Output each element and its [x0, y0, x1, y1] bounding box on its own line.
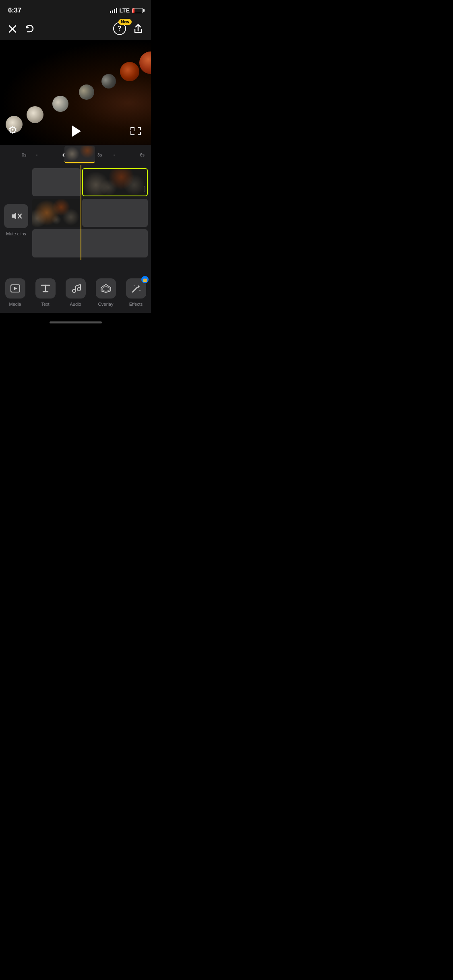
undo-button[interactable] [25, 25, 35, 33]
battery-fill [132, 8, 134, 13]
effects-badge: 👑 [141, 276, 149, 283]
play-button[interactable] [67, 122, 85, 140]
lte-label: LTE [120, 7, 130, 14]
overlay-icon [100, 283, 112, 294]
text-icon [40, 283, 51, 294]
clip-2b[interactable] [82, 199, 148, 227]
status-right: LTE [110, 7, 143, 14]
track-row-3 [32, 229, 148, 257]
svg-text:✦: ✦ [137, 284, 140, 288]
new-badge: New [118, 19, 132, 25]
home-indicator [50, 321, 102, 323]
audio-label: Audio [70, 302, 81, 307]
toolbar-right: ? New [113, 22, 143, 36]
clip-2a[interactable] [32, 199, 81, 227]
svg-point-9 [72, 289, 76, 292]
status-bar: 6:37 LTE [0, 0, 151, 18]
mute-label: Mute clips [6, 231, 26, 236]
moon-7 [139, 51, 151, 74]
clip-1a[interactable] [32, 168, 81, 196]
media-label: Media [9, 302, 21, 307]
text-label: Text [41, 302, 49, 307]
video-preview: ⚙ [0, 40, 151, 145]
tool-item-text[interactable]: Text [33, 278, 58, 307]
tool-item-media[interactable]: Media [3, 278, 27, 307]
media-icon [10, 283, 21, 294]
svg-line-12 [76, 284, 81, 286]
track-row-2 [32, 199, 148, 227]
gear-icon: ⚙ [8, 124, 17, 136]
mute-panel: Mute clips [0, 168, 32, 260]
audio-icon-container [66, 278, 86, 299]
bottom-toolbar: Media Text Audio [0, 274, 151, 313]
moon-6 [120, 62, 139, 81]
close-button[interactable] [8, 25, 17, 33]
svg-text:✦: ✦ [133, 284, 135, 287]
overlay-icon-container [96, 278, 116, 299]
svg-marker-5 [14, 287, 17, 290]
share-button[interactable] [133, 24, 143, 34]
fullscreen-icon [130, 127, 141, 135]
audio-icon [70, 283, 81, 294]
playhead [81, 165, 81, 260]
thumbnail-strip [64, 146, 95, 163]
settings-button[interactable]: ⚙ [8, 124, 23, 138]
battery-icon [132, 8, 143, 13]
moon-3 [52, 96, 68, 112]
effects-icon: ✦ ✦ ✦ [130, 282, 142, 294]
tool-item-overlay[interactable]: Overlay [94, 278, 118, 307]
overlay-label: Overlay [98, 302, 114, 307]
svg-point-10 [77, 288, 81, 291]
clip-3a[interactable] [32, 229, 148, 257]
signal-bars [110, 8, 117, 13]
help-icon: ? [118, 25, 122, 32]
mute-button[interactable] [4, 204, 28, 228]
svg-text:✦: ✦ [139, 289, 141, 292]
text-icon-container [35, 278, 56, 299]
play-triangle-icon [72, 126, 81, 137]
clip-1b[interactable] [82, 168, 148, 196]
effects-label: Effects [129, 302, 143, 307]
media-icon-container [5, 278, 25, 299]
status-time: 6:37 [8, 6, 21, 14]
track-row-1 [32, 168, 148, 196]
fullscreen-button[interactable] [128, 124, 143, 138]
clips-tracks [32, 168, 151, 260]
toolbar-left [8, 25, 35, 33]
video-controls: ⚙ [0, 117, 151, 145]
svg-line-16 [132, 287, 137, 292]
editor-toolbar: ? New [0, 18, 151, 40]
help-button[interactable]: ? New [113, 22, 127, 36]
moon-5 [101, 74, 116, 89]
moon-4 [79, 84, 94, 100]
clips-area: Mute clips [0, 165, 151, 263]
tool-item-audio[interactable]: Audio [64, 278, 88, 307]
effects-icon-container: ✦ ✦ ✦ 👑 [126, 278, 146, 299]
svg-marker-15 [103, 286, 109, 291]
tool-item-effects[interactable]: ✦ ✦ ✦ 👑 Effects [124, 278, 148, 307]
